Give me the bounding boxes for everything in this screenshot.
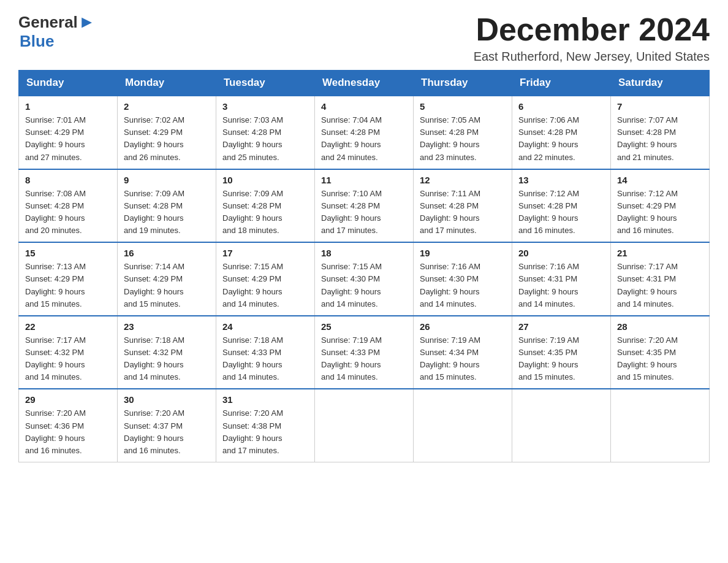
day-info: Sunrise: 7:20 AMSunset: 4:36 PMDaylight:… [25, 407, 111, 457]
day-number: 29 [25, 394, 111, 405]
day-number: 10 [222, 175, 308, 185]
calendar-cell: 16 Sunrise: 7:14 AMSunset: 4:29 PMDaylig… [118, 242, 216, 316]
day-info: Sunrise: 7:09 AMSunset: 4:28 PMDaylight:… [124, 188, 210, 237]
day-number: 13 [518, 175, 604, 185]
calendar-cell: 7 Sunrise: 7:07 AMSunset: 4:28 PMDayligh… [611, 96, 710, 169]
day-info: Sunrise: 7:17 AMSunset: 4:31 PMDaylight:… [617, 261, 703, 310]
day-number: 2 [124, 101, 210, 112]
day-number: 31 [222, 394, 308, 405]
calendar-week-row: 22 Sunrise: 7:17 AMSunset: 4:32 PMDaylig… [19, 316, 710, 389]
day-info: Sunrise: 7:20 AMSunset: 4:37 PMDaylight:… [124, 407, 210, 457]
calendar-cell: 31 Sunrise: 7:20 AMSunset: 4:38 PMDaylig… [216, 389, 315, 462]
day-number: 16 [124, 248, 210, 258]
day-info: Sunrise: 7:13 AMSunset: 4:29 PMDaylight:… [25, 261, 111, 310]
day-info: Sunrise: 7:08 AMSunset: 4:28 PMDaylight:… [25, 188, 111, 237]
logo-arrow-icon: ► [78, 12, 96, 32]
calendar-cell [512, 389, 611, 462]
calendar-week-row: 15 Sunrise: 7:13 AMSunset: 4:29 PMDaylig… [19, 242, 710, 316]
day-number: 5 [420, 101, 506, 112]
column-header-wednesday: Wednesday [315, 71, 414, 96]
day-number: 1 [25, 101, 111, 112]
calendar-cell [611, 389, 710, 462]
day-number: 6 [518, 101, 604, 112]
day-info: Sunrise: 7:16 AMSunset: 4:30 PMDaylight:… [420, 261, 506, 310]
day-number: 28 [617, 321, 703, 332]
logo-general-text: General [18, 13, 78, 32]
calendar-cell: 12 Sunrise: 7:11 AMSunset: 4:28 PMDaylig… [414, 169, 512, 243]
day-info: Sunrise: 7:12 AMSunset: 4:29 PMDaylight:… [617, 188, 703, 237]
day-info: Sunrise: 7:16 AMSunset: 4:31 PMDaylight:… [518, 261, 604, 310]
month-title: December 2024 [474, 12, 710, 47]
day-number: 11 [321, 175, 407, 185]
day-info: Sunrise: 7:20 AMSunset: 4:35 PMDaylight:… [617, 334, 703, 384]
day-info: Sunrise: 7:17 AMSunset: 4:32 PMDaylight:… [25, 334, 111, 384]
day-number: 23 [124, 321, 210, 332]
calendar-cell: 21 Sunrise: 7:17 AMSunset: 4:31 PMDaylig… [611, 242, 710, 316]
calendar-cell: 5 Sunrise: 7:05 AMSunset: 4:28 PMDayligh… [414, 96, 512, 169]
day-info: Sunrise: 7:05 AMSunset: 4:28 PMDaylight:… [420, 114, 506, 164]
calendar-cell: 23 Sunrise: 7:18 AMSunset: 4:32 PMDaylig… [118, 316, 216, 389]
day-number: 27 [518, 321, 604, 332]
calendar-cell: 3 Sunrise: 7:03 AMSunset: 4:28 PMDayligh… [216, 96, 315, 169]
column-header-sunday: Sunday [19, 71, 118, 96]
day-info: Sunrise: 7:20 AMSunset: 4:38 PMDaylight:… [222, 407, 308, 457]
day-number: 19 [420, 248, 506, 258]
day-info: Sunrise: 7:14 AMSunset: 4:29 PMDaylight:… [124, 261, 210, 310]
calendar-cell: 14 Sunrise: 7:12 AMSunset: 4:29 PMDaylig… [611, 169, 710, 243]
day-number: 12 [420, 175, 506, 185]
day-info: Sunrise: 7:19 AMSunset: 4:35 PMDaylight:… [518, 334, 604, 384]
calendar-cell: 4 Sunrise: 7:04 AMSunset: 4:28 PMDayligh… [315, 96, 414, 169]
column-header-monday: Monday [118, 71, 216, 96]
calendar-cell [315, 389, 414, 462]
title-block: December 2024 East Rutherford, New Jerse… [474, 12, 710, 64]
page-header: General ► Blue December 2024 East Ruther… [18, 12, 710, 64]
calendar-cell: 6 Sunrise: 7:06 AMSunset: 4:28 PMDayligh… [512, 96, 611, 169]
calendar-header-row: SundayMondayTuesdayWednesdayThursdayFrid… [19, 71, 710, 96]
calendar-table: SundayMondayTuesdayWednesdayThursdayFrid… [18, 70, 710, 462]
day-info: Sunrise: 7:12 AMSunset: 4:28 PMDaylight:… [518, 188, 604, 237]
calendar-week-row: 1 Sunrise: 7:01 AMSunset: 4:29 PMDayligh… [19, 96, 710, 169]
day-number: 20 [518, 248, 604, 258]
calendar-cell: 26 Sunrise: 7:19 AMSunset: 4:34 PMDaylig… [414, 316, 512, 389]
day-number: 7 [617, 101, 703, 112]
day-info: Sunrise: 7:15 AMSunset: 4:29 PMDaylight:… [222, 261, 308, 310]
day-number: 3 [222, 101, 308, 112]
calendar-cell: 9 Sunrise: 7:09 AMSunset: 4:28 PMDayligh… [118, 169, 216, 243]
day-info: Sunrise: 7:07 AMSunset: 4:28 PMDaylight:… [617, 114, 703, 164]
calendar-cell: 30 Sunrise: 7:20 AMSunset: 4:37 PMDaylig… [118, 389, 216, 462]
day-number: 26 [420, 321, 506, 332]
day-number: 14 [617, 175, 703, 185]
day-number: 8 [25, 175, 111, 185]
calendar-week-row: 29 Sunrise: 7:20 AMSunset: 4:36 PMDaylig… [19, 389, 710, 462]
day-number: 24 [222, 321, 308, 332]
day-info: Sunrise: 7:01 AMSunset: 4:29 PMDaylight:… [25, 114, 111, 164]
column-header-thursday: Thursday [414, 71, 512, 96]
logo-blue-text: Blue [20, 32, 54, 51]
calendar-cell [414, 389, 512, 462]
day-info: Sunrise: 7:18 AMSunset: 4:33 PMDaylight:… [222, 334, 308, 384]
calendar-cell: 11 Sunrise: 7:10 AMSunset: 4:28 PMDaylig… [315, 169, 414, 243]
column-header-friday: Friday [512, 71, 611, 96]
day-info: Sunrise: 7:19 AMSunset: 4:34 PMDaylight:… [420, 334, 506, 384]
calendar-cell: 27 Sunrise: 7:19 AMSunset: 4:35 PMDaylig… [512, 316, 611, 389]
day-info: Sunrise: 7:15 AMSunset: 4:30 PMDaylight:… [321, 261, 407, 310]
calendar-cell: 1 Sunrise: 7:01 AMSunset: 4:29 PMDayligh… [19, 96, 118, 169]
day-info: Sunrise: 7:06 AMSunset: 4:28 PMDaylight:… [518, 114, 604, 164]
calendar-cell: 10 Sunrise: 7:09 AMSunset: 4:28 PMDaylig… [216, 169, 315, 243]
day-number: 17 [222, 248, 308, 258]
day-info: Sunrise: 7:18 AMSunset: 4:32 PMDaylight:… [124, 334, 210, 384]
calendar-cell: 20 Sunrise: 7:16 AMSunset: 4:31 PMDaylig… [512, 242, 611, 316]
calendar-cell: 15 Sunrise: 7:13 AMSunset: 4:29 PMDaylig… [19, 242, 118, 316]
day-number: 4 [321, 101, 407, 112]
day-number: 22 [25, 321, 111, 332]
calendar-cell: 28 Sunrise: 7:20 AMSunset: 4:35 PMDaylig… [611, 316, 710, 389]
day-number: 9 [124, 175, 210, 185]
day-info: Sunrise: 7:02 AMSunset: 4:29 PMDaylight:… [124, 114, 210, 164]
day-info: Sunrise: 7:04 AMSunset: 4:28 PMDaylight:… [321, 114, 407, 164]
calendar-cell: 8 Sunrise: 7:08 AMSunset: 4:28 PMDayligh… [19, 169, 118, 243]
calendar-cell: 18 Sunrise: 7:15 AMSunset: 4:30 PMDaylig… [315, 242, 414, 316]
calendar-cell: 25 Sunrise: 7:19 AMSunset: 4:33 PMDaylig… [315, 316, 414, 389]
day-number: 30 [124, 394, 210, 405]
day-info: Sunrise: 7:03 AMSunset: 4:28 PMDaylight:… [222, 114, 308, 164]
day-info: Sunrise: 7:11 AMSunset: 4:28 PMDaylight:… [420, 188, 506, 237]
